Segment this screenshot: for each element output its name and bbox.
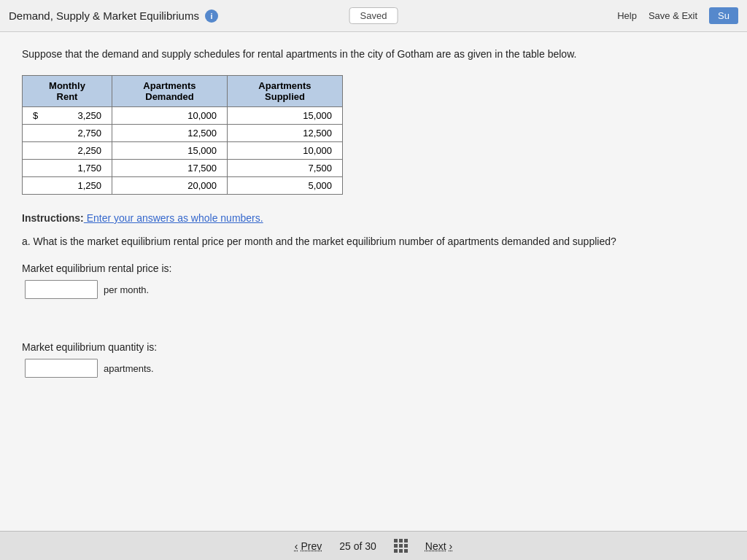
table-row: 2,75012,50012,500 (23, 125, 343, 142)
cell-demanded-1: 12,500 (112, 125, 228, 142)
save-exit-button[interactable]: Save & Exit (649, 10, 697, 21)
table-row: $3,25010,00015,000 (23, 107, 343, 125)
cell-rent-0: $3,250 (23, 107, 112, 125)
main-content: Suppose that the demand and supply sched… (0, 32, 747, 531)
intro-text: Suppose that the demand and supply sched… (22, 47, 725, 62)
next-label: Next (425, 540, 446, 552)
cell-demanded-0: 10,000 (112, 107, 228, 125)
cell-demanded-3: 17,500 (112, 160, 228, 177)
table-row: 1,75017,5007,500 (23, 160, 343, 177)
cell-supplied-1: 12,500 (227, 125, 342, 142)
of-label: of (354, 540, 363, 552)
cell-supplied-4: 5,000 (227, 177, 342, 195)
input-row-1: per month. (25, 280, 725, 299)
apartments-label: apartments. (104, 363, 154, 374)
bottom-nav-bar: ‹ Prev 25 of 30 Next › (0, 531, 747, 560)
cell-supplied-2: 10,000 (227, 142, 342, 160)
question-a-label: a. (22, 236, 31, 247)
instructions-bold: Instructions: (22, 212, 84, 224)
data-table: MonthlyRentApartmentsDemandedApartmentsS… (22, 75, 343, 195)
input-row-2: apartments. (25, 359, 725, 378)
rent-input[interactable] (25, 280, 98, 299)
help-button[interactable]: Help (617, 10, 637, 21)
quantity-input[interactable] (25, 359, 98, 378)
next-chevron-icon: › (449, 540, 453, 552)
table-row: 2,25015,00010,000 (23, 142, 343, 160)
table-row: 1,25020,0005,000 (23, 177, 343, 195)
instructions-link[interactable]: Enter your answers as whole numbers. (84, 212, 263, 224)
sub-question-2-label: Market equilibrium quantity is: (22, 341, 725, 353)
cell-rent-4: 1,250 (23, 177, 112, 195)
cell-demanded-2: 15,000 (112, 142, 228, 160)
question-a: a. What is the market equilibrium rental… (22, 234, 725, 249)
cell-rent-3: 1,750 (23, 160, 112, 177)
top-bar: Demand, Supply & Market Equilibriums i S… (0, 0, 747, 32)
prev-button[interactable]: ‹ Prev (295, 540, 322, 552)
cell-demanded-4: 20,000 (112, 177, 228, 195)
page-total: 30 (365, 540, 376, 552)
prev-chevron-icon: ‹ (295, 540, 298, 552)
instructions: Instructions: Enter your answers as whol… (22, 212, 725, 224)
col-header-1: ApartmentsDemanded (112, 76, 228, 107)
top-bar-right: Help Save & Exit Su (617, 7, 738, 24)
submit-button[interactable]: Su (709, 7, 738, 24)
cell-rent-2: 2,250 (23, 142, 112, 160)
page-current: 25 (339, 540, 351, 552)
cell-supplied-3: 7,500 (227, 160, 342, 177)
grid-icon[interactable] (394, 539, 408, 553)
page-title: Demand, Supply & Market Equilibriums (9, 9, 199, 22)
per-month-label: per month. (104, 284, 149, 295)
next-button[interactable]: Next › (425, 540, 452, 552)
sub-question-1-label: Market equilibrium rental price is: (22, 262, 725, 274)
col-header-0: MonthlyRent (23, 76, 112, 107)
page-info: 25 of 30 (339, 540, 376, 552)
saved-badge: Saved (349, 7, 398, 24)
question-a-text: What is the market equilibrium rental pr… (34, 236, 616, 247)
cell-supplied-0: 15,000 (227, 107, 342, 125)
cell-rent-1: 2,750 (23, 125, 112, 142)
top-bar-left: Demand, Supply & Market Equilibriums i (9, 9, 218, 23)
col-header-2: ApartmentsSupplied (227, 76, 342, 107)
info-icon[interactable]: i (205, 9, 218, 23)
prev-label: Prev (301, 540, 322, 552)
